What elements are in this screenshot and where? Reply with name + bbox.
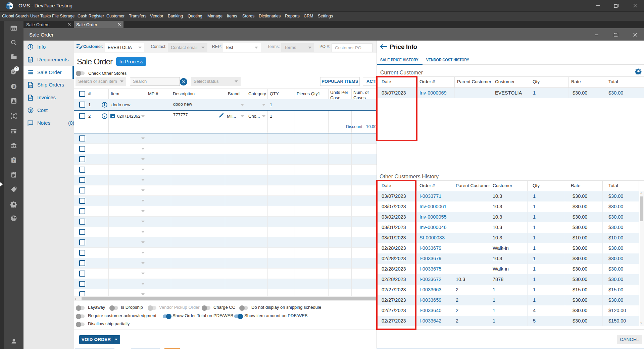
svg-text:$: $	[13, 84, 15, 89]
svg-text:?: ?	[13, 159, 15, 162]
svg-text:$: $	[30, 108, 32, 112]
svg-text:IN: IN	[29, 97, 32, 100]
svg-text:SH: SH	[29, 84, 32, 87]
